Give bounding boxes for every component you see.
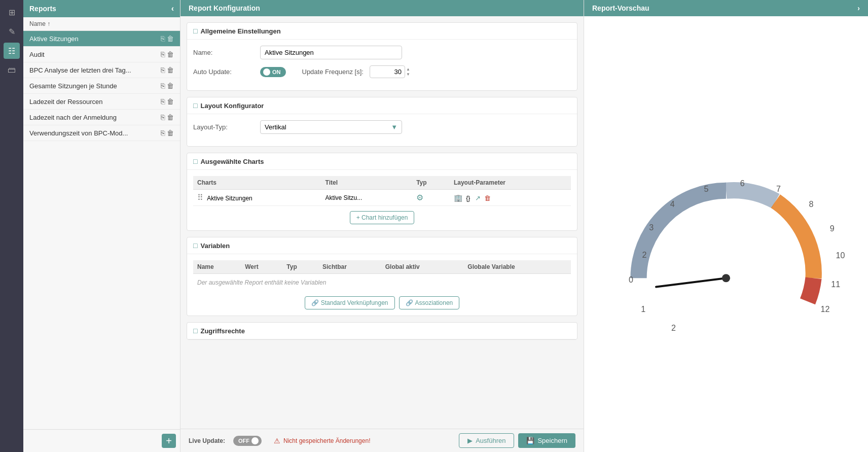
run-label: Ausführen [476, 437, 505, 444]
assoziationen-button[interactable]: 🔗 Assoziationen [399, 296, 460, 309]
home-nav-icon[interactable]: ⊞ [4, 4, 20, 20]
variablen-btn-row: 🔗 Standard Verknüpfungen 🔗 Assoziationen [193, 296, 571, 309]
list-item-label: BPC Analyse der letzten drei Tag... [29, 66, 131, 74]
edit-nav-icon[interactable]: ✎ [4, 23, 20, 40]
layout-section: □ Layout Konfigurator Layout-Typ: Vertik… [187, 97, 577, 147]
gauge-chart: 0 1 2 3 2 3 4 5 6 7 8 9 10 11 12 [609, 158, 843, 310]
freq-up[interactable]: ▲ [406, 67, 410, 72]
copy-icon[interactable]: ⎘ [161, 129, 165, 137]
charts-collapse-icon[interactable]: □ [193, 157, 197, 165]
list-item-actions: ⎘ 🗑 [161, 82, 174, 90]
gauge-label-2: 2 [671, 323, 676, 332]
db-nav-icon[interactable]: 🗃 [4, 62, 20, 78]
variablen-collapse-icon[interactable]: □ [193, 241, 197, 250]
layout-type-dropdown[interactable]: Vertikal ▼ [260, 120, 402, 134]
variablen-title: Variablen [200, 242, 230, 250]
delete-icon[interactable]: 🗑 [167, 129, 174, 137]
list-item[interactable]: Ladezeit der Ressourcen ⎘ 🗑 [23, 94, 180, 110]
variablen-empty-msg: Der ausgewählte Report enthält keine Var… [193, 274, 571, 291]
delete-icon[interactable]: 🗑 [167, 82, 174, 90]
list-item[interactable]: BPC Analyse der letzten drei Tag... ⎘ 🗑 [23, 62, 180, 78]
var-col-typ: Typ [282, 260, 318, 274]
copy-icon[interactable]: ⎘ [161, 97, 165, 106]
list-item[interactable]: Gesamte Sitzungen je Stunde ⎘ 🗑 [23, 78, 180, 94]
warning-icon: ⚠ [274, 437, 280, 445]
gauge-label-5: 5 [704, 184, 708, 193]
charts-col-charts: Charts [193, 176, 321, 190]
add-report-button[interactable]: + [162, 434, 176, 448]
chart-nav-icon[interactable]: ☷ [4, 43, 20, 59]
delete-icon[interactable]: 🗑 [167, 113, 174, 121]
general-title: Allgemeine Einstellungen [200, 27, 280, 35]
chart-external-icon[interactable]: ↗ [475, 194, 481, 202]
sidebar: ⊞ ✎ ☷ 🗃 [0, 0, 23, 452]
save-label: Speichern [537, 437, 567, 444]
run-button[interactable]: ▶ Ausführen [459, 433, 514, 448]
layout-type-value: Vertikal [265, 123, 286, 131]
auto-update-toggle[interactable]: ON [260, 67, 286, 77]
expand-right-icon[interactable]: › [857, 4, 860, 12]
layout-header: □ Layout Konfigurator [187, 97, 577, 114]
warning-text: Nicht gespeicherte Änderungen! [283, 437, 370, 444]
zugriffsrechte-collapse-icon[interactable]: □ [193, 327, 197, 335]
delete-icon[interactable]: 🗑 [167, 50, 174, 58]
list-item-label: Aktive Sitzungen [29, 35, 79, 43]
warning-message: ⚠ Nicht gespeicherte Änderungen! [274, 437, 451, 445]
layout-collapse-icon[interactable]: □ [193, 101, 197, 110]
standard-verknuepfungen-button[interactable]: 🔗 Standard Verknüpfungen [305, 296, 395, 309]
gauge-label-11: 11 [831, 279, 840, 288]
bottom-bar: Live Update: OFF ⚠ Nicht gespeicherte Än… [180, 429, 584, 452]
gauge-center-dot [722, 274, 730, 282]
list-item-actions: ⎘ 🗑 [161, 34, 174, 43]
list-item[interactable]: Ladezeit nach der Anmeldung ⎘ 🗑 [23, 110, 180, 125]
variablen-table: Name Wert Typ Sichtbar Global aktiv Glob… [193, 260, 571, 274]
gauge-label-7: 7 [776, 184, 781, 193]
left-panel: Reports ‹ Name ↑ Aktive Sitzungen ⎘ 🗑 Au… [23, 0, 180, 452]
center-panel: Report Konfiguration □ Allgemeine Einste… [180, 0, 584, 452]
sort-bar[interactable]: Name ↑ [23, 17, 180, 31]
assoc-icon: 🔗 [406, 299, 413, 306]
freq-spinner[interactable]: ▲ ▼ [406, 67, 410, 77]
freq-down[interactable]: ▼ [406, 72, 410, 77]
live-update-toggle[interactable]: OFF [233, 436, 262, 446]
gauge-label-10: 10 [836, 251, 845, 260]
delete-icon[interactable]: 🗑 [167, 66, 174, 74]
toggle-off-label: OFF [238, 438, 249, 444]
name-input[interactable] [260, 46, 402, 59]
gauge-needle [656, 278, 726, 287]
list-item[interactable]: Verwendungszeit von BPC-Mod... ⎘ 🗑 [23, 125, 180, 141]
main-area: Report Konfiguration □ Allgemeine Einste… [180, 0, 868, 452]
list-item[interactable]: Aktive Sitzungen ⎘ 🗑 [23, 31, 180, 47]
bottom-actions: ▶ Ausführen 💾 Speichern [459, 433, 575, 448]
report-list: Aktive Sitzungen ⎘ 🗑 Audit ⎘ 🗑 BPC Analy… [23, 31, 180, 429]
delete-icon[interactable]: 🗑 [167, 97, 174, 106]
add-chart-button[interactable]: + Chart hinzufügen [350, 211, 415, 224]
charts-body: Charts Titel Typ Layout-Parameter ⠿ [187, 170, 577, 230]
copy-icon[interactable]: ⎘ [161, 113, 165, 121]
name-label: Name: [193, 49, 254, 56]
save-button[interactable]: 💾 Speichern [518, 433, 575, 448]
var-col-wert: Wert [241, 260, 282, 274]
collapse-left-btn[interactable]: ‹ [171, 4, 174, 13]
copy-icon[interactable]: ⎘ [161, 82, 165, 90]
name-row: Name: [193, 46, 571, 59]
chart-row-typ: ⚙ [412, 190, 450, 206]
chart-delete-icon[interactable]: 🗑 [484, 194, 491, 202]
list-item-label: Ladezeit der Ressourcen [29, 98, 103, 106]
general-collapse-icon[interactable]: □ [193, 27, 197, 35]
copy-icon[interactable]: ⎘ [161, 34, 165, 43]
delete-icon[interactable]: 🗑 [167, 34, 174, 43]
freq-input[interactable] [370, 65, 405, 78]
charts-section: □ Ausgewählte Charts Charts Titel Typ La… [187, 153, 577, 231]
copy-icon[interactable]: ⎘ [161, 66, 165, 74]
copy-icon[interactable]: ⎘ [161, 50, 165, 58]
list-item[interactable]: Audit ⎘ 🗑 [23, 47, 180, 62]
drag-handle-icon[interactable]: ⠿ [197, 193, 203, 202]
gauge-label-3b: 3 [649, 222, 654, 231]
chart-row-charts: ⠿ Aktive Sitzungen [193, 190, 321, 206]
assoc-btn-label: Assoziationen [415, 299, 453, 306]
center-title: Report Konfiguration [189, 4, 260, 12]
charts-col-layout: Layout-Parameter [450, 176, 571, 190]
chart-row-layout: 🏢 {} ↗ 🗑 [450, 190, 571, 206]
layout-type-label: Layout-Typ: [193, 123, 254, 131]
